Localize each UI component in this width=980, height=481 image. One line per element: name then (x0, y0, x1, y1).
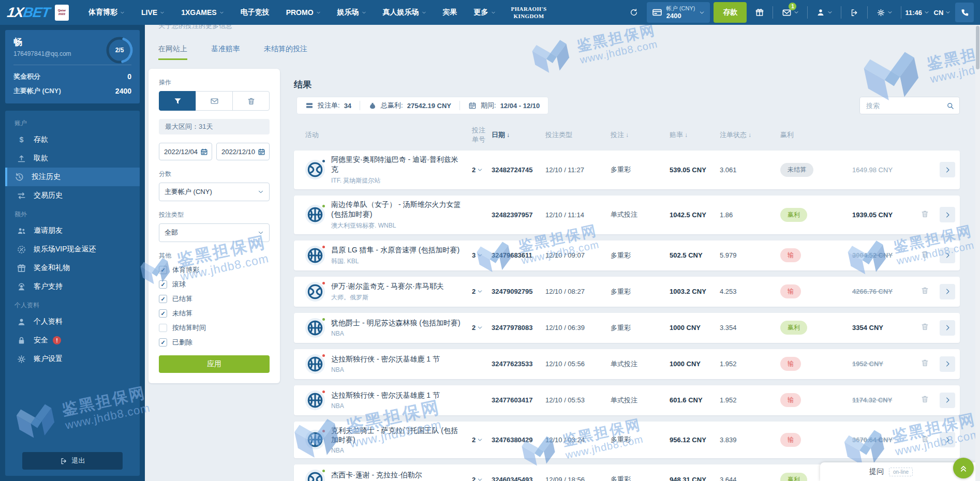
messages-button[interactable]: 1 (777, 3, 804, 22)
nav-item[interactable]: PROMO (286, 8, 321, 17)
calendar-icon (468, 101, 477, 110)
tab-active[interactable]: 在网站上 (158, 44, 187, 60)
sidebar-item-gear[interactable]: 账户设置 (5, 350, 140, 368)
expand-bet-button[interactable]: 3 (472, 251, 492, 259)
nav-item[interactable]: LIVE (141, 8, 165, 17)
filter-checkbox[interactable]: ✓体育博彩 (159, 265, 270, 275)
checkbox-checked[interactable]: ✓ (159, 309, 167, 318)
filter-checkbox[interactable]: ✓未结算 (159, 309, 270, 318)
sidebar-item-cashback[interactable]: 娱乐场VIP现金返还 (5, 240, 140, 259)
delete-bet-button[interactable] (920, 286, 929, 295)
filter-checkbox[interactable]: 按结算时间 (159, 323, 270, 333)
bonuses-button[interactable] (750, 3, 769, 22)
delete-bet-button[interactable] (920, 209, 929, 218)
tab-link[interactable]: 基准赔率 (211, 44, 240, 60)
logo-1xbet[interactable]: 1XBET (6, 5, 51, 21)
expand-bet-button[interactable]: 2 (472, 436, 492, 444)
filter-checkbox[interactable]: ✓已删除 (159, 338, 270, 347)
date-from-input[interactable]: 2022/12/04 (159, 143, 212, 160)
filter-checkbox[interactable]: ✓已结算 (159, 294, 270, 304)
bet-type-select[interactable]: 全部 (159, 223, 270, 242)
filter-button[interactable] (159, 91, 196, 111)
chat-open-button[interactable] (953, 458, 974, 478)
nav-item[interactable]: 体育博彩 (88, 8, 125, 17)
sidebar-item-people[interactable]: 邀请朋友 (5, 221, 140, 240)
column-header[interactable]: 投注类型 (545, 130, 611, 140)
expand-bet-button[interactable]: 2 (472, 476, 492, 481)
expand-bet-button[interactable]: 2 (472, 288, 492, 295)
pharaohs-kingdom-link[interactable]: PHARAOH'S KINGDOM (511, 5, 547, 20)
column-header[interactable]: 赢利 (780, 130, 852, 140)
open-bet-button[interactable] (940, 248, 955, 263)
profile-menu-button[interactable] (811, 3, 837, 22)
column-header[interactable]: 日期↓ (492, 130, 545, 140)
phone-support-button[interactable] (955, 3, 974, 22)
date-to-input[interactable]: 2022/12/10 (216, 143, 270, 160)
search-input[interactable] (865, 101, 946, 110)
nav-item[interactable]: 电子竞技 (241, 8, 270, 17)
sidebar-item-history[interactable]: 投注历史 (5, 168, 140, 186)
checkbox-checked[interactable]: ✓ (159, 266, 167, 274)
sidebar-item-withdraw[interactable]: 取款 (5, 149, 140, 168)
nav-item[interactable]: 更多 (474, 8, 496, 17)
expand-bet-button[interactable]: 2 (472, 166, 492, 174)
account-select-value: 主要帐户 (CNY) (165, 187, 212, 197)
account-selector[interactable]: 帐户 (CNY) 2400 (647, 2, 710, 23)
language-selector[interactable]: CN (933, 3, 952, 22)
expand-bet-button[interactable]: 2 (472, 324, 492, 332)
apply-button[interactable]: 应用 (159, 355, 270, 373)
delete-button[interactable] (232, 91, 270, 111)
delete-bet-button[interactable] (920, 250, 929, 259)
open-bet-button[interactable] (940, 356, 955, 372)
tab-link[interactable]: 未结算的投注 (264, 44, 307, 60)
open-bet-button[interactable] (940, 393, 955, 408)
delete-bet-button[interactable] (920, 322, 929, 331)
checkbox-checked[interactable]: ✓ (159, 280, 167, 289)
checkbox-checked[interactable]: ✓ (159, 295, 167, 303)
logout-top-button[interactable] (845, 3, 864, 22)
basketball-icon (305, 246, 325, 265)
sidebar-item-label: 存款 (34, 135, 48, 144)
stat-item: 总赢利:27542.19 CNY (368, 101, 451, 110)
sidebar-item-transfer[interactable]: 交易历史 (5, 186, 140, 205)
search-icon[interactable] (946, 102, 954, 110)
open-bet-button[interactable] (940, 284, 955, 299)
profile-progress-ring[interactable]: 2/5 (106, 36, 133, 64)
column-header[interactable]: 活动 (294, 130, 472, 140)
delete-bet-button[interactable] (920, 434, 929, 443)
column-header[interactable]: 投注↓ (611, 130, 670, 140)
checkbox-unchecked[interactable] (159, 324, 167, 332)
nav-item-label: PROMO (286, 8, 314, 17)
time-selector[interactable]: 11:46 (905, 3, 929, 22)
open-bet-button[interactable] (940, 207, 955, 222)
delete-bet-button[interactable] (920, 358, 929, 367)
open-bet-button[interactable] (940, 432, 955, 447)
bet-type: 单式投注 (611, 210, 670, 219)
settings-menu-button[interactable] (871, 3, 897, 22)
sidebar-item-gift[interactable]: 奖金和礼物 (5, 259, 140, 277)
nav-item[interactable]: 娱乐场 (337, 8, 366, 17)
nav-item[interactable]: 宾果 (443, 8, 457, 17)
deposit-button[interactable]: 存款 (714, 2, 747, 23)
checkbox-checked[interactable]: ✓ (159, 338, 167, 347)
filter-checkbox[interactable]: ✓滚球 (159, 280, 270, 289)
sidebar-item-person[interactable]: 个人资料 (5, 312, 140, 331)
sidebar-item-lock[interactable]: 安全! (5, 331, 140, 350)
sidebar-item-dollar[interactable]: $存款 (5, 130, 140, 149)
delete-bet-button[interactable] (920, 395, 929, 403)
column-header[interactable]: 注单状态↓ (720, 130, 780, 140)
open-bet-button[interactable] (940, 162, 955, 177)
nav-item[interactable]: 1XGAMES (181, 8, 224, 17)
mail-report-button[interactable] (196, 91, 233, 111)
account-select[interactable]: 主要帐户 (CNY) (159, 183, 270, 201)
nav-item[interactable]: 真人娱乐场 (383, 8, 426, 17)
date-from-value: 2022/12/04 (164, 148, 199, 156)
column-header[interactable]: 赔率↓ (670, 130, 720, 140)
refresh-balance-button[interactable] (625, 3, 643, 22)
open-bet-button[interactable] (940, 320, 955, 336)
logout-button[interactable]: 退出 (22, 452, 123, 470)
sidebar-item-support[interactable]: 客户支持 (5, 277, 140, 296)
scrollbar-thumb[interactable] (976, 26, 979, 69)
column-header[interactable]: 投注单号 (472, 126, 492, 144)
chevron-down-icon (316, 10, 321, 15)
